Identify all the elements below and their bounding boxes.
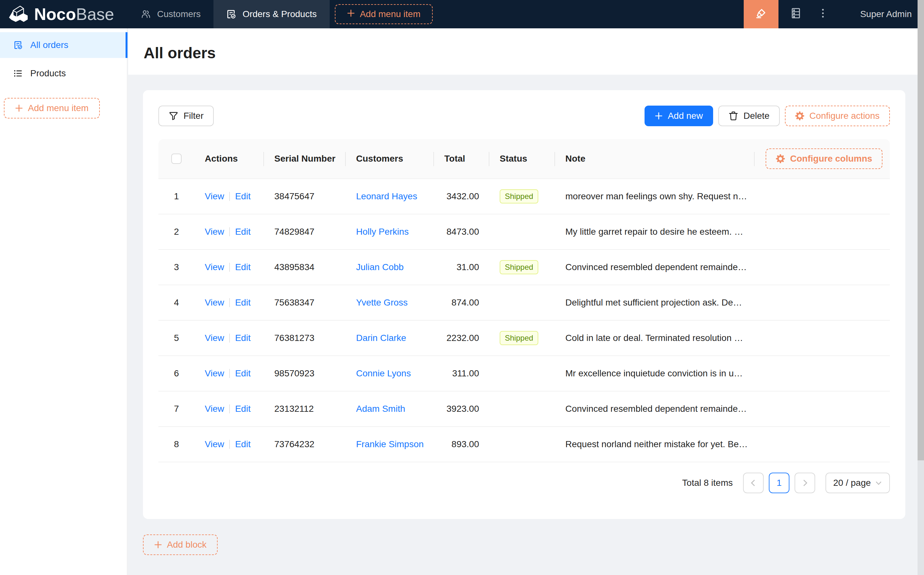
total-cell: 3923.00 (434, 391, 489, 426)
customer-link[interactable]: Connie Lyons (356, 368, 411, 379)
plus-icon (347, 9, 355, 19)
add-block-button[interactable]: Add block (143, 534, 218, 555)
ui-editor-button[interactable] (744, 0, 778, 28)
note-cell: Convinced resembled dependent remainde… (555, 250, 755, 284)
table-header-row: Actions Serial Number Customers Total St… (159, 139, 890, 179)
actions-divider (229, 298, 230, 307)
actions-divider (229, 404, 230, 413)
status-tag: Shipped (500, 331, 538, 345)
table-row: 2 View Edit 74829847 Holly Perkins 8473.… (159, 214, 890, 250)
edit-link[interactable]: Edit (235, 439, 251, 450)
sidebar-item-label: All orders (30, 40, 68, 50)
select-all-checkbox[interactable] (171, 154, 182, 164)
note-cell: My little garret repair to desire he est… (555, 214, 755, 249)
serial-number: 74829847 (274, 227, 314, 237)
customer-link[interactable]: Yvette Gross (356, 297, 408, 308)
edit-link[interactable]: Edit (235, 368, 251, 379)
customer-link[interactable]: Darin Clarke (356, 333, 406, 343)
customer-link[interactable]: Leonard Hayes (356, 191, 417, 202)
row-index-cell: 4 (159, 285, 194, 320)
row-actions-cell: View Edit (194, 179, 264, 214)
customer-link[interactable]: Adam Smith (356, 404, 405, 414)
serial-number: 38475647 (274, 191, 314, 202)
table-row: 7 View Edit 23132112 Adam Smith 3923.00 … (159, 391, 890, 427)
add-new-button[interactable]: Add new (645, 106, 713, 126)
edit-link[interactable]: Edit (235, 333, 251, 343)
row-index: 7 (174, 404, 179, 414)
view-link[interactable]: View (205, 404, 224, 414)
filter-button[interactable]: Filter (159, 106, 214, 126)
chevron-down-icon (875, 480, 882, 486)
actions-divider (229, 263, 230, 272)
edit-link[interactable]: Edit (235, 262, 251, 272)
user-menu[interactable]: Super Admin (833, 9, 924, 19)
customer-cell: Leonard Hayes (346, 179, 434, 214)
serial-number: 76381273 (274, 333, 314, 343)
view-link[interactable]: View (205, 297, 224, 308)
page-size-select[interactable]: 20 / page (826, 473, 890, 493)
serial-number-cell: 23132112 (264, 391, 346, 426)
pagination: Total 8 items 1 20 / page (159, 473, 890, 493)
total-value: 31.00 (457, 262, 479, 272)
serial-number-cell: 74829847 (264, 214, 346, 249)
view-link[interactable]: View (205, 368, 224, 379)
view-link[interactable]: View (205, 227, 224, 237)
table-row: 5 View Edit 76381273 Darin Clarke 2232.0… (159, 321, 890, 356)
column-header-customers: Customers (346, 139, 434, 178)
total-cell: 311.00 (434, 356, 489, 391)
table-row: 1 View Edit 38475647 Leonard Hayes 3432.… (159, 179, 890, 214)
nav-tab-orders-products[interactable]: Orders & Products (213, 0, 329, 28)
kebab-menu-icon (822, 9, 824, 20)
status-tag: Shipped (500, 189, 538, 203)
total-value: 3923.00 (446, 404, 479, 414)
empty-cell (755, 179, 890, 214)
delete-button[interactable]: Delete (718, 106, 780, 126)
previous-page-button[interactable] (743, 473, 764, 493)
customer-cell: Julian Cobb (346, 250, 434, 284)
status-cell: Shipped (489, 321, 555, 356)
serial-number: 75638347 (274, 297, 314, 308)
note-cell: Mr excellence inquietude conviction is i… (555, 356, 755, 391)
edit-link[interactable]: Edit (235, 297, 251, 308)
edit-link[interactable]: Edit (235, 191, 251, 202)
next-page-button[interactable] (795, 473, 815, 493)
brand[interactable]: NocoBase (0, 6, 128, 22)
view-link[interactable]: View (205, 191, 224, 202)
row-index-cell: 6 (159, 356, 194, 391)
nav-tab-customers[interactable]: Customers (128, 0, 213, 28)
more-actions-button[interactable] (813, 0, 833, 28)
view-link[interactable]: View (205, 439, 224, 450)
actions-divider (229, 227, 230, 236)
serial-number-cell: 75638347 (264, 285, 346, 320)
plugin-settings-button[interactable] (778, 0, 813, 28)
sidebar-item-all-orders[interactable]: All orders (0, 32, 127, 58)
customer-link[interactable]: Julian Cobb (356, 262, 404, 272)
nav-add-menu-item-button[interactable]: Add menu item (335, 4, 433, 24)
sidebar-item-products[interactable]: Products (0, 60, 127, 86)
view-link[interactable]: View (205, 262, 224, 272)
page-1-button[interactable]: 1 (769, 473, 789, 493)
page-title: All orders (144, 40, 216, 64)
edit-link[interactable]: Edit (235, 227, 251, 237)
empty-cell (755, 285, 890, 320)
scrollbar-thumb[interactable] (918, 0, 924, 461)
actions-divider (229, 369, 230, 378)
select-all-header-cell (159, 139, 194, 178)
customer-cell: Holly Perkins (346, 214, 434, 249)
nav-tab-label: Customers (157, 9, 200, 19)
nav-tab-label: Orders & Products (243, 9, 316, 19)
customer-link[interactable]: Holly Perkins (356, 227, 408, 237)
configure-columns-header-cell: Configure columns (755, 139, 890, 178)
table-action-bar: Filter Add new Delete (159, 106, 890, 126)
sidebar-add-menu-item-button[interactable]: Add menu item (4, 98, 100, 119)
view-link[interactable]: View (205, 333, 224, 343)
total-value: 8473.00 (446, 227, 479, 237)
gear-icon (776, 154, 785, 163)
configure-actions-button[interactable]: Configure actions (785, 106, 890, 126)
configure-columns-button[interactable]: Configure columns (765, 148, 883, 169)
row-actions-cell: View Edit (194, 427, 264, 462)
page-size-label: 20 / page (833, 478, 875, 488)
edit-link[interactable]: Edit (235, 404, 251, 414)
customer-link[interactable]: Frankie Simpson (356, 439, 424, 450)
total-cell: 31.00 (434, 250, 489, 284)
